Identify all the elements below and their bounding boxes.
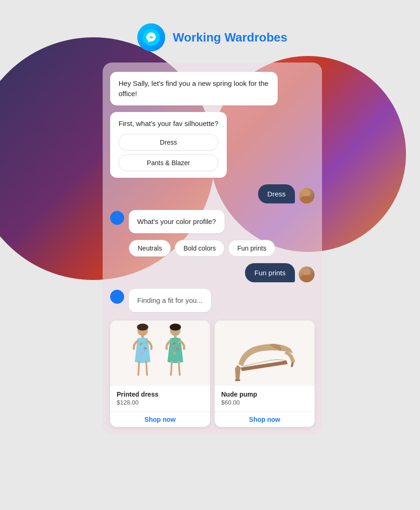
svg-point-0 [143,29,160,46]
product-price-dress: $128.00 [117,399,203,406]
messenger-icon [137,23,165,51]
svg-point-18 [171,350,173,352]
silhouette-blazer-btn[interactable]: Pants & Blazer [119,154,218,171]
avatar-image-2 [299,266,315,282]
bot-indicator-dot-2 [110,290,124,304]
bot-indicator-dot [110,211,124,225]
color-question-row: What's your color profile? [110,210,315,233]
svg-point-2 [137,323,148,330]
svg-rect-21 [235,379,240,381]
user-row-dress: Dress [110,184,315,203]
product-price-pump: $60.00 [221,399,308,406]
color-question: What's your color profile? [129,210,224,233]
product-image-dress [110,321,210,386]
shop-now-pump-btn[interactable]: Shop now [215,412,315,427]
color-neutrals-btn[interactable]: Neutrals [129,240,171,257]
bot-message-1: Hey Sally, let's find you a new spring l… [110,72,278,105]
user-avatar-1 [299,188,315,203]
product-card-pump: Nude pump $60.00 Shop now [215,321,315,427]
svg-point-8 [138,350,140,352]
shop-now-dress-btn[interactable]: Shop now [110,412,210,427]
product-card-dress: Printed dress $128.00 Shop now [110,321,210,427]
svg-point-17 [178,342,180,343]
finding-fit-message: Finding a fit for you... [129,289,211,312]
color-prints-btn[interactable]: Fun prints [228,240,275,257]
app-title: Working Wardrobes [173,30,287,45]
svg-point-7 [145,342,147,343]
product-name-dress: Printed dress [117,391,203,398]
user-row-prints: Fun prints [110,263,315,282]
color-bold-btn[interactable]: Bold colors [175,240,224,257]
svg-point-6 [140,352,143,355]
svg-point-12 [170,323,181,330]
svg-point-15 [176,348,179,350]
silhouette-question: First, what's your fav silhouette? Dress… [110,112,227,178]
chat-container: Working Wardrobes Hey Sally, let's find … [103,14,322,434]
product-info-pump: Nude pump $60.00 [215,386,315,412]
product-name-pump: Nude pump [221,391,308,398]
product-info-dress: Printed dress $128.00 [110,386,210,412]
chat-area: Hey Sally, let's find you a new spring l… [103,63,322,434]
user-avatar-2 [299,266,315,282]
product-image-pump [215,321,315,386]
products-row: Printed dress $128.00 Shop now [110,321,315,427]
app-header: Working Wardrobes [137,14,287,51]
svg-rect-20 [291,360,294,363]
user-bubble-prints: Fun prints [245,263,295,282]
finding-fit-row: Finding a fit for you... [110,289,315,312]
color-options-row: Neutrals Bold colors Fun prints [110,240,315,257]
user-bubble-dress: Dress [258,184,295,203]
silhouette-dress-btn[interactable]: Dress [119,134,218,151]
svg-point-16 [173,352,176,355]
avatar-image-1 [299,188,315,203]
